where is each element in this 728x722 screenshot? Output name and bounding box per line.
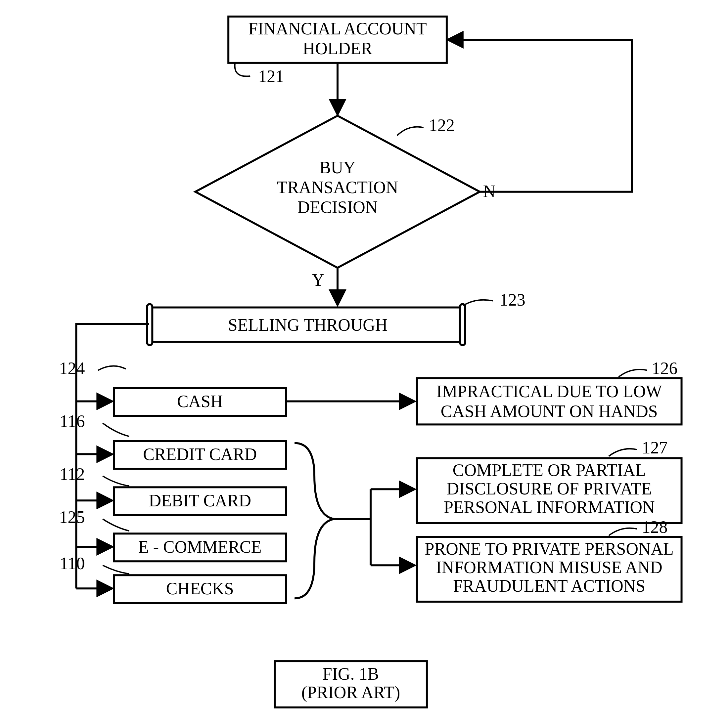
brace-icon xyxy=(295,443,334,598)
node-126-l1: IMPRACTICAL DUE TO LOW xyxy=(436,382,662,401)
ref-128: 128 xyxy=(642,517,668,536)
ref-122: 122 xyxy=(429,116,455,134)
node-checks-text: CHECKS xyxy=(166,579,234,598)
ref-127: 127 xyxy=(642,438,668,457)
leader-125 xyxy=(102,519,129,531)
node-128-l3: FRAUDULENT ACTIONS xyxy=(453,577,645,595)
caption-l2: (PRIOR ART) xyxy=(301,683,401,702)
node-122-line2: TRANSACTION xyxy=(277,178,398,197)
leader-128 xyxy=(609,528,637,536)
node-121-line2: HOLDER xyxy=(303,39,373,58)
node-122-line3: DECISION xyxy=(297,198,378,217)
node-128-l1: PRONE TO PRIVATE PERSONAL xyxy=(425,539,674,558)
node-123-line1: SELLING THROUGH xyxy=(228,316,388,334)
node-ecom-text: E - COMMERCE xyxy=(138,537,262,556)
ref-125: 125 xyxy=(59,508,85,527)
leader-123 xyxy=(463,300,493,305)
node-cash-text: CASH xyxy=(177,392,223,411)
node-debit-text: DEBIT CARD xyxy=(149,491,251,510)
ref-121: 121 xyxy=(258,67,284,85)
ref-124: 124 xyxy=(59,359,85,378)
decision-yes-label: Y xyxy=(312,270,324,289)
arrow-n-back xyxy=(449,40,632,192)
ref-112: 112 xyxy=(60,465,85,484)
node-128-l2: INFORMATION MISUSE AND xyxy=(436,558,662,577)
node-127-l3: PERSONAL INFORMATION xyxy=(444,498,655,517)
leader-110 xyxy=(102,565,129,574)
leader-122 xyxy=(397,127,424,136)
leader-124 xyxy=(98,366,126,370)
ref-126: 126 xyxy=(652,359,678,378)
flowchart-diagram: FINANCIAL ACCOUNT HOLDER 121 BUY TRANSAC… xyxy=(0,0,728,722)
leader-126 xyxy=(619,369,647,377)
node-121-line1: FINANCIAL ACCOUNT xyxy=(248,19,427,38)
svg-rect-2 xyxy=(460,304,465,345)
leader-121 xyxy=(235,63,251,76)
node-127-l1: COMPLETE OR PARTIAL xyxy=(453,461,646,479)
caption-l1: FIG. 1B xyxy=(323,664,379,683)
leader-112 xyxy=(102,476,129,486)
node-122-line1: BUY xyxy=(319,158,356,177)
node-credit-text: CREDIT CARD xyxy=(143,445,257,464)
ref-116: 116 xyxy=(60,412,85,430)
ref-110: 110 xyxy=(60,554,85,573)
node-127-l2: DISCLOSURE OF PRIVATE xyxy=(447,479,652,498)
node-126-l2: CASH AMOUNT ON HANDS xyxy=(441,402,658,421)
leader-127 xyxy=(609,449,637,456)
leader-116 xyxy=(102,423,129,436)
ref-123: 123 xyxy=(500,290,526,309)
